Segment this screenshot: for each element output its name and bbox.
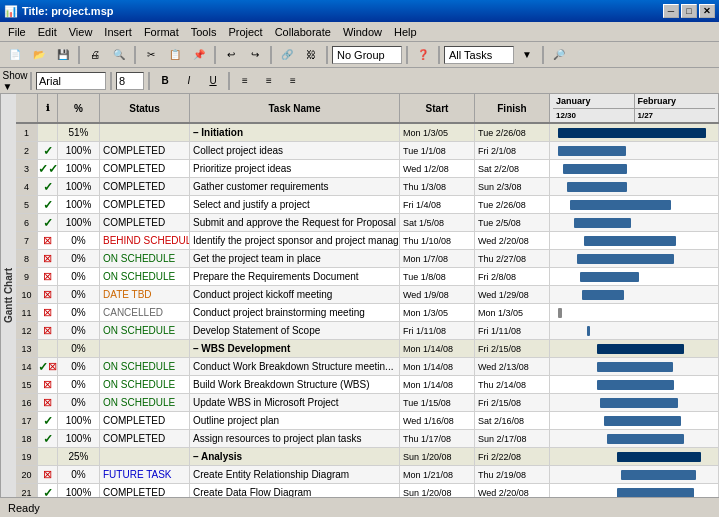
main-area: Gantt Chart ℹ % Status Task Name Start F… [0,94,719,497]
cell-rownum: 13 [16,340,38,357]
italic-button[interactable]: I [178,71,200,91]
copy-button[interactable]: 📋 [164,45,186,65]
cell-finish: Tue 2/26/08 [475,196,550,213]
cell-rownum: 1 [16,124,38,141]
cell-status: DATE TBD [100,286,190,303]
cell-rownum: 12 [16,322,38,339]
open-button[interactable]: 📂 [28,45,50,65]
maximize-button[interactable]: □ [681,4,697,18]
align-center-button[interactable]: ≡ [258,71,280,91]
cell-percent: 0% [58,340,100,357]
table-row[interactable]: 10 ⊠ 0% DATE TBD Conduct project kickoff… [16,286,719,304]
close-button[interactable]: ✕ [699,4,715,18]
table-row[interactable]: 11 ⊠ 0% CANCELLED Conduct project brains… [16,304,719,322]
bold-button[interactable]: B [154,71,176,91]
cell-rownum: 3 [16,160,38,177]
col-header-start: Start [400,94,475,122]
gantt-bar [558,128,706,138]
menu-window[interactable]: Window [337,24,388,40]
check-icon: ✓ [43,414,53,428]
gantt-bar [597,344,684,354]
cell-start: Thu 1/10/08 [400,232,475,249]
gantt-bar [584,236,676,246]
table-row[interactable]: 4 ✓ 100% COMPLETED Gather customer requi… [16,178,719,196]
cell-status [100,124,190,141]
cell-taskname: Gather customer requirements [190,178,400,195]
preview-button[interactable]: 🔍 [108,45,130,65]
align-right-button[interactable]: ≡ [282,71,304,91]
print-button[interactable]: 🖨 [84,45,106,65]
underline-button[interactable]: U [202,71,224,91]
menu-view[interactable]: View [63,24,99,40]
cell-finish: Sat 2/2/08 [475,160,550,177]
table-row[interactable]: 3 ✓✓ 100% COMPLETED Prioritize project i… [16,160,719,178]
table-row[interactable]: 1 51% – Initiation Mon 1/3/05 Tue 2/26/0… [16,124,719,142]
table-row[interactable]: 21 ✓ 100% COMPLETED Create Data Flow Dia… [16,484,719,497]
menu-file[interactable]: File [2,24,32,40]
cut-button[interactable]: ✂ [140,45,162,65]
link-button[interactable]: 🔗 [276,45,298,65]
zoom-button[interactable]: 🔎 [548,45,570,65]
table-row[interactable]: 13 0% – WBS Development Mon 1/14/08 Fri … [16,340,719,358]
table-row[interactable]: 6 ✓ 100% COMPLETED Submit and approve th… [16,214,719,232]
menu-edit[interactable]: Edit [32,24,63,40]
menu-format[interactable]: Format [138,24,185,40]
table-row[interactable]: 15 ⊠ 0% ON SCHEDULE Build Work Breakdown… [16,376,719,394]
redo-button[interactable]: ↪ [244,45,266,65]
save-button[interactable]: 💾 [52,45,74,65]
cell-rownum: 18 [16,430,38,447]
cell-finish: Fri 2/8/08 [475,268,550,285]
undo-button[interactable]: ↩ [220,45,242,65]
table-row[interactable]: 12 ⊠ 0% ON SCHEDULE Develop Statement of… [16,322,719,340]
cell-rownum: 14 [16,358,38,375]
table-row[interactable]: 16 ⊠ 0% ON SCHEDULE Update WBS in Micros… [16,394,719,412]
table-row[interactable]: 5 ✓ 100% COMPLETED Select and justify a … [16,196,719,214]
all-tasks-dropdown[interactable]: All Tasks [444,46,514,64]
cell-status [100,340,190,357]
separator-1 [78,46,80,64]
new-button[interactable]: 📄 [4,45,26,65]
show-button[interactable]: Show ▼ [4,71,26,91]
cell-indicator: ⊠ [38,304,58,321]
cell-taskname: – Initiation [190,124,400,141]
help-button[interactable]: ❓ [412,45,434,65]
menu-collaborate[interactable]: Collaborate [269,24,337,40]
table-row[interactable]: 7 ⊠ 0% BEHIND SCHEDULE Identify the proj… [16,232,719,250]
cell-start: Mon 1/14/08 [400,358,475,375]
table-row[interactable]: 9 ⊠ 0% ON SCHEDULE Prepare the Requireme… [16,268,719,286]
align-left-button[interactable]: ≡ [234,71,256,91]
filter-arrow[interactable]: ▼ [516,45,538,65]
cell-percent: 100% [58,196,100,213]
unlink-button[interactable]: ⛓ [300,45,322,65]
minimize-button[interactable]: ─ [663,4,679,18]
cell-percent: 0% [58,376,100,393]
cell-start: Sat 1/5/08 [400,214,475,231]
menu-insert[interactable]: Insert [98,24,138,40]
gantt-date-jan: 12/30 [553,109,635,122]
table-row[interactable]: 18 ✓ 100% COMPLETED Assign resources to … [16,430,719,448]
font-size-input[interactable] [116,72,144,90]
cell-gantt [550,196,719,213]
table-row[interactable]: 8 ⊠ 0% ON SCHEDULE Get the project team … [16,250,719,268]
cell-status: COMPLETED [100,178,190,195]
cell-status: COMPLETED [100,160,190,177]
table-row[interactable]: 2 ✓ 100% COMPLETED Collect project ideas… [16,142,719,160]
table-row[interactable]: 14 ✓⊠ 0% ON SCHEDULE Conduct Work Breakd… [16,358,719,376]
gantt-bar [558,146,625,156]
menu-tools[interactable]: Tools [185,24,223,40]
table-row[interactable]: 20 ⊠ 0% FUTURE TASK Create Entity Relati… [16,466,719,484]
cell-rownum: 4 [16,178,38,195]
table-row[interactable]: 19 25% – Analysis Sun 1/20/08 Fri 2/22/0… [16,448,719,466]
cell-status: COMPLETED [100,412,190,429]
menu-project[interactable]: Project [222,24,268,40]
menu-help[interactable]: Help [388,24,423,40]
cell-indicator: ✓ [38,214,58,231]
cell-gantt [550,376,719,393]
font-input[interactable] [36,72,106,90]
col-header-taskname: Task Name [190,94,400,122]
cell-rownum: 11 [16,304,38,321]
table-row[interactable]: 17 ✓ 100% COMPLETED Outline project plan… [16,412,719,430]
no-group-dropdown[interactable]: No Group [332,46,402,64]
paste-button[interactable]: 📌 [188,45,210,65]
cell-indicator: ⊠ [38,466,58,483]
